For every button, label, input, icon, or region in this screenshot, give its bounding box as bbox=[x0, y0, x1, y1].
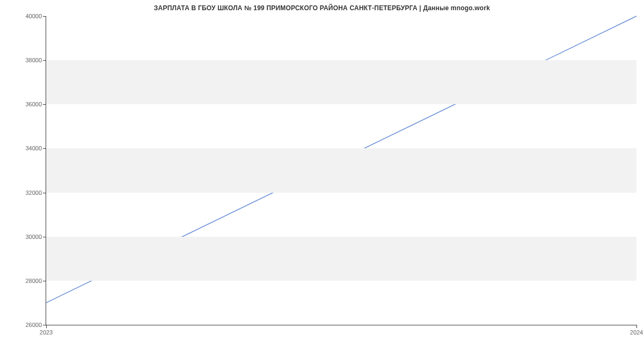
y-tick-mark bbox=[43, 193, 46, 193]
y-tick-mark bbox=[43, 237, 46, 237]
y-tick-label: 30000 bbox=[25, 234, 42, 240]
grid-band bbox=[46, 60, 636, 104]
x-tick-mark bbox=[46, 325, 47, 328]
x-tick-label: 2023 bbox=[40, 329, 53, 336]
x-tick-mark bbox=[636, 325, 637, 328]
y-tick-label: 32000 bbox=[25, 190, 42, 196]
y-tick-label: 38000 bbox=[25, 57, 42, 63]
y-tick-mark bbox=[43, 104, 46, 105]
y-tick-mark bbox=[43, 281, 46, 281]
plot-area: 2600028000300003200034000360003800040000… bbox=[46, 16, 636, 325]
y-tick-mark bbox=[43, 148, 46, 149]
chart-title: ЗАРПЛАТА В ГБОУ ШКОЛА № 199 ПРИМОРСКОГО … bbox=[0, 4, 644, 12]
x-tick-label: 2024 bbox=[630, 329, 643, 336]
y-tick-label: 34000 bbox=[25, 145, 42, 151]
y-tick-mark bbox=[43, 16, 46, 17]
y-tick-label: 36000 bbox=[25, 101, 42, 107]
y-tick-mark bbox=[43, 60, 46, 61]
y-tick-label: 40000 bbox=[25, 13, 42, 19]
y-tick-label: 26000 bbox=[25, 322, 42, 328]
chart-wrapper: ЗАРПЛАТА В ГБОУ ШКОЛА № 199 ПРИМОРСКОГО … bbox=[0, 0, 644, 349]
grid-band bbox=[46, 237, 636, 281]
grid-band bbox=[46, 148, 636, 192]
y-tick-label: 28000 bbox=[25, 278, 42, 284]
